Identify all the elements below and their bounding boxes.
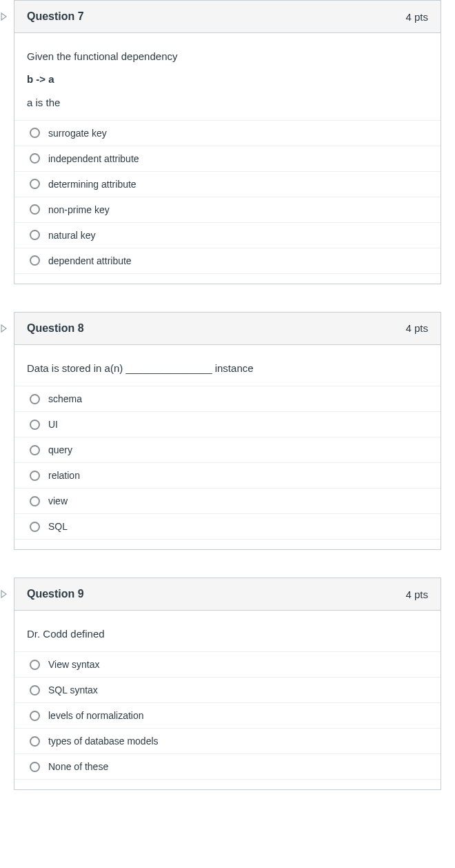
answer-radio[interactable] [30, 471, 40, 481]
answer-radio[interactable] [30, 736, 40, 747]
question-text-line: b -> a [27, 71, 428, 87]
answer-option[interactable]: surrogate key [14, 120, 441, 146]
question-points: 4 pts [405, 11, 428, 23]
answer-option[interactable]: SQL [14, 513, 441, 540]
answer-radio[interactable] [30, 522, 40, 532]
answer-label: dependent attribute [48, 255, 132, 266]
answer-label: None of these [48, 761, 108, 772]
question-marker-icon [0, 589, 9, 599]
question-title: Question 8 [27, 322, 84, 335]
answer-option[interactable]: relation [14, 462, 441, 488]
answers-list: schema UI query relation view SQL [14, 386, 441, 540]
question-block: Question 8 4 pts Data is stored in a(n) … [14, 312, 441, 550]
answer-option[interactable]: UI [14, 411, 441, 437]
answer-option[interactable]: dependent attribute [14, 248, 441, 274]
answer-radio[interactable] [30, 255, 40, 266]
answer-radio[interactable] [30, 153, 40, 164]
answer-option[interactable]: independent attribute [14, 146, 441, 171]
answer-option[interactable]: determining attribute [14, 171, 441, 197]
answer-radio[interactable] [30, 394, 40, 404]
answer-label: types of database models [48, 736, 159, 747]
question-header: Question 8 4 pts [14, 313, 441, 345]
answers-list: View syntax SQL syntax levels of normali… [14, 651, 441, 780]
question-text-line: Data is stored in a(n) _______________ i… [27, 360, 428, 376]
answer-option[interactable]: natural key [14, 222, 441, 248]
answer-label: query [48, 444, 72, 455]
question-header: Question 9 4 pts [14, 578, 441, 611]
question-block: Question 9 4 pts Dr. Codd defined View s… [14, 578, 441, 790]
question-header: Question 7 4 pts [14, 1, 441, 33]
answer-option[interactable]: SQL syntax [14, 677, 441, 702]
answer-label: determining attribute [48, 179, 136, 190]
question-title: Question 9 [27, 588, 84, 600]
answer-radio[interactable] [30, 711, 40, 721]
question-body: Data is stored in a(n) _______________ i… [14, 345, 441, 386]
answer-label: UI [48, 419, 58, 430]
answer-option[interactable]: levels of normalization [14, 702, 441, 728]
question-body: Dr. Codd defined [14, 611, 441, 651]
question-body: Given the functional dependency b -> a a… [14, 33, 441, 120]
answer-radio[interactable] [30, 420, 40, 430]
question-points: 4 pts [405, 589, 428, 600]
answer-option[interactable]: query [14, 437, 441, 462]
answer-radio[interactable] [30, 230, 40, 240]
answer-option[interactable]: None of these [14, 753, 441, 780]
answers-list: surrogate key independent attribute dete… [14, 120, 441, 274]
answer-label: SQL syntax [48, 684, 98, 696]
answer-label: relation [48, 470, 80, 481]
answer-radio[interactable] [30, 445, 40, 455]
answer-label: SQL [48, 521, 68, 532]
answer-label: schema [48, 393, 82, 404]
answer-label: levels of normalization [48, 710, 144, 721]
question-text-line: Dr. Codd defined [27, 626, 428, 642]
answer-label: independent attribute [48, 153, 139, 164]
question-points: 4 pts [405, 322, 428, 334]
answer-label: surrogate key [48, 128, 107, 139]
answer-option[interactable]: schema [14, 386, 441, 411]
question-block: Question 7 4 pts Given the functional de… [14, 0, 441, 284]
question-text-line: Given the functional dependency [27, 48, 428, 64]
answer-option[interactable]: View syntax [14, 651, 441, 677]
answer-option[interactable]: view [14, 488, 441, 513]
answer-label: view [48, 495, 68, 506]
answer-option[interactable]: types of database models [14, 728, 441, 753]
question-marker-icon [0, 324, 9, 333]
answer-radio[interactable] [30, 762, 40, 772]
answer-label: View syntax [48, 659, 99, 670]
question-text-line: a is the [27, 95, 428, 110]
answer-radio[interactable] [30, 204, 40, 215]
answer-radio[interactable] [30, 660, 40, 670]
answer-radio[interactable] [30, 179, 40, 189]
answer-label: non-prime key [48, 204, 110, 215]
answer-radio[interactable] [30, 128, 40, 138]
answer-radio[interactable] [30, 685, 40, 696]
answer-label: natural key [48, 230, 95, 241]
answer-option[interactable]: non-prime key [14, 197, 441, 222]
question-marker-icon [0, 12, 9, 21]
question-title: Question 7 [27, 10, 84, 23]
answer-radio[interactable] [30, 496, 40, 506]
